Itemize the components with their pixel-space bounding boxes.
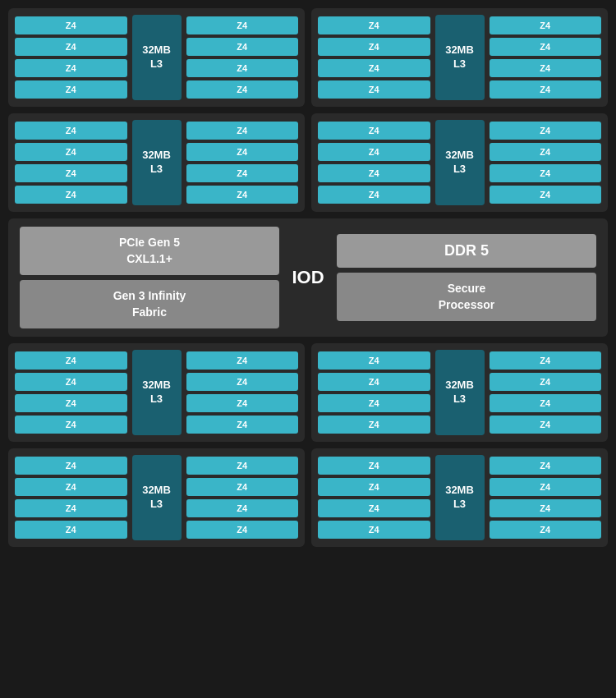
- left-cores: Z4 Z4 Z4 Z4: [318, 457, 430, 539]
- core-cell: Z4: [15, 351, 127, 370]
- right-cores: Z4 Z4 Z4 Z4: [186, 16, 299, 99]
- core-cell: Z4: [186, 373, 299, 391]
- core-cell: Z4: [490, 143, 602, 161]
- core-cell: Z4: [318, 164, 430, 182]
- ccd-row-4: Z4 Z4 Z4 Z4 32MB L3 Z4 Z4 Z4 Z4 Z4 Z4 Z4…: [8, 343, 608, 442]
- core-cell: Z4: [15, 416, 127, 434]
- core-cell: Z4: [15, 16, 127, 34]
- left-cores: Z4 Z4 Z4 Z4: [318, 351, 430, 434]
- core-cell: Z4: [186, 122, 299, 140]
- core-cell: Z4: [318, 122, 430, 140]
- core-cell: Z4: [15, 122, 127, 140]
- infinity-fabric-block: Gen 3 Infinity Fabric: [20, 280, 279, 328]
- core-cell: Z4: [186, 499, 299, 517]
- core-cell: Z4: [15, 186, 127, 204]
- core-cell: Z4: [490, 394, 602, 412]
- ccd-block-5-right: Z4 Z4 Z4 Z4 32MB L3 Z4 Z4 Z4 Z4: [311, 448, 608, 547]
- core-cell: Z4: [490, 416, 602, 434]
- ccd-block-1-right: Z4 Z4 Z4 Z4 32MB L3 Z4 Z4 Z4 Z4: [311, 8, 608, 107]
- ccd-row-2: Z4 Z4 Z4 Z4 32MB L3 Z4 Z4 Z4 Z4 Z4 Z4 Z4…: [8, 113, 608, 212]
- core-cell: Z4: [186, 478, 299, 496]
- core-cell: Z4: [15, 164, 127, 182]
- core-cell: Z4: [186, 80, 299, 99]
- core-cell: Z4: [490, 80, 602, 99]
- core-cell: Z4: [15, 394, 127, 412]
- left-cores: Z4 Z4 Z4 Z4: [15, 457, 127, 539]
- core-cell: Z4: [186, 394, 299, 412]
- right-cores: Z4 Z4 Z4 Z4: [186, 351, 299, 434]
- pcie-block: PCIe Gen 5 CXL1.1+: [20, 227, 279, 275]
- right-cores: Z4 Z4 Z4 Z4: [490, 16, 602, 99]
- core-cell: Z4: [15, 373, 127, 391]
- core-cell: Z4: [490, 186, 602, 204]
- iod-left-panel: PCIe Gen 5 CXL1.1+ Gen 3 Infinity Fabric: [20, 227, 279, 328]
- right-cores: Z4 Z4 Z4 Z4: [490, 122, 602, 204]
- core-cell: Z4: [318, 478, 430, 496]
- core-cell: Z4: [318, 143, 430, 161]
- core-cell: Z4: [490, 478, 602, 496]
- ccd-block-4-right: Z4 Z4 Z4 Z4 32MB L3 Z4 Z4 Z4 Z4: [311, 343, 608, 442]
- core-cell: Z4: [318, 80, 430, 99]
- core-cell: Z4: [15, 38, 127, 56]
- left-cores: Z4 Z4 Z4 Z4: [318, 122, 430, 204]
- core-cell: Z4: [186, 186, 299, 204]
- l3-cache: 32MB L3: [435, 15, 485, 100]
- core-cell: Z4: [15, 457, 127, 475]
- secure-processor-block: Secure Processor: [337, 273, 596, 321]
- right-cores: Z4 Z4 Z4 Z4: [186, 457, 299, 539]
- core-cell: Z4: [490, 16, 602, 34]
- core-cell: Z4: [186, 143, 299, 161]
- ccd-block-5-left: Z4 Z4 Z4 Z4 32MB L3 Z4 Z4 Z4 Z4: [8, 448, 305, 547]
- l3-cache: 32MB L3: [132, 120, 182, 205]
- right-cores: Z4 Z4 Z4 Z4: [490, 351, 602, 434]
- core-cell: Z4: [186, 416, 299, 434]
- core-cell: Z4: [318, 186, 430, 204]
- core-cell: Z4: [186, 351, 299, 370]
- core-cell: Z4: [186, 164, 299, 182]
- ccd-block-2-left: Z4 Z4 Z4 Z4 32MB L3 Z4 Z4 Z4 Z4: [8, 113, 305, 212]
- core-cell: Z4: [15, 59, 127, 77]
- left-cores: Z4 Z4 Z4 Z4: [15, 16, 127, 99]
- core-cell: Z4: [318, 499, 430, 517]
- core-cell: Z4: [15, 143, 127, 161]
- right-cores: Z4 Z4 Z4 Z4: [490, 457, 602, 539]
- core-cell: Z4: [318, 373, 430, 391]
- core-cell: Z4: [186, 16, 299, 34]
- core-cell: Z4: [490, 521, 602, 539]
- core-cell: Z4: [490, 164, 602, 182]
- core-cell: Z4: [318, 457, 430, 475]
- l3-cache: 32MB L3: [132, 455, 182, 540]
- core-cell: Z4: [186, 457, 299, 475]
- core-cell: Z4: [490, 122, 602, 140]
- chip-diagram: Z4 Z4 Z4 Z4 32MB L3 Z4 Z4 Z4 Z4 Z4 Z4 Z4: [8, 8, 608, 547]
- left-cores: Z4 Z4 Z4 Z4: [15, 351, 127, 434]
- l3-cache: 32MB L3: [132, 350, 182, 435]
- core-cell: Z4: [490, 373, 602, 391]
- core-cell: Z4: [15, 80, 127, 99]
- core-cell: Z4: [186, 521, 299, 539]
- core-cell: Z4: [15, 521, 127, 539]
- core-cell: Z4: [186, 38, 299, 56]
- l3-cache: 32MB L3: [435, 120, 485, 205]
- right-cores: Z4 Z4 Z4 Z4: [186, 122, 299, 204]
- core-cell: Z4: [490, 457, 602, 475]
- left-cores: Z4 Z4 Z4 Z4: [318, 16, 430, 99]
- left-cores: Z4 Z4 Z4 Z4: [15, 122, 127, 204]
- core-cell: Z4: [318, 351, 430, 370]
- l3-cache: 32MB L3: [132, 15, 182, 100]
- iod-row: PCIe Gen 5 CXL1.1+ Gen 3 Infinity Fabric…: [8, 218, 608, 337]
- core-cell: Z4: [318, 416, 430, 434]
- ccd-block-1-left: Z4 Z4 Z4 Z4 32MB L3 Z4 Z4 Z4 Z4: [8, 8, 305, 107]
- core-cell: Z4: [15, 499, 127, 517]
- core-cell: Z4: [318, 394, 430, 412]
- ddr-block: DDR 5: [337, 234, 596, 268]
- core-cell: Z4: [490, 351, 602, 370]
- core-cell: Z4: [490, 499, 602, 517]
- ccd-row-1: Z4 Z4 Z4 Z4 32MB L3 Z4 Z4 Z4 Z4 Z4 Z4 Z4: [8, 8, 608, 107]
- l3-cache: 32MB L3: [435, 350, 485, 435]
- core-cell: Z4: [186, 59, 299, 77]
- ccd-row-5: Z4 Z4 Z4 Z4 32MB L3 Z4 Z4 Z4 Z4 Z4 Z4 Z4…: [8, 448, 608, 547]
- l3-cache: 32MB L3: [435, 455, 485, 540]
- ccd-block-4-left: Z4 Z4 Z4 Z4 32MB L3 Z4 Z4 Z4 Z4: [8, 343, 305, 442]
- ccd-block-2-right: Z4 Z4 Z4 Z4 32MB L3 Z4 Z4 Z4 Z4: [311, 113, 608, 212]
